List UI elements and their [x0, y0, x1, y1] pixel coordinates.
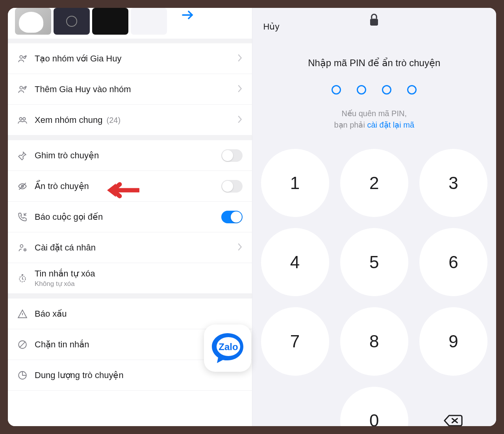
key-8[interactable]: 8 — [340, 307, 408, 375]
svg-point-0 — [20, 56, 22, 58]
row-personal-settings[interactable]: Cài đặt cá nhân — [8, 232, 252, 263]
group-icon — [17, 115, 35, 125]
media-more-arrow[interactable] — [169, 8, 206, 35]
eye-off-icon — [17, 181, 35, 191]
svg-text:Zalo: Zalo — [219, 341, 238, 352]
svg-point-8 — [24, 249, 26, 250]
key-1[interactable]: 1 — [261, 149, 329, 217]
key-0[interactable]: 0 — [340, 387, 408, 426]
pin-dots — [252, 85, 497, 95]
warning-icon — [17, 309, 35, 319]
key-backspace[interactable] — [419, 387, 487, 426]
row-call-notify[interactable]: Báo cuộc gọi đến — [8, 202, 252, 232]
pin-dot — [382, 85, 391, 95]
group-add-icon — [17, 84, 35, 95]
phone-incoming-icon — [17, 212, 35, 222]
svg-rect-12 — [370, 19, 378, 26]
row-add-to-group[interactable]: Thêm Gia Huy vào nhóm — [8, 74, 252, 105]
row-auto-delete[interactable]: Tin nhắn tự xóa Không tự xóa — [8, 263, 252, 294]
row-create-group[interactable]: Tạo nhóm với Gia Huy — [8, 43, 252, 74]
zalo-logo-badge: Zalo — [204, 325, 251, 372]
media-thumb[interactable] — [92, 8, 128, 35]
pin-icon — [17, 150, 35, 161]
key-7[interactable]: 7 — [261, 307, 329, 375]
row-label: Thêm Gia Huy vào nhóm — [35, 84, 237, 95]
row-label: Báo cuộc gọi đến — [35, 212, 221, 222]
key-3[interactable]: 3 — [419, 149, 487, 217]
row-label: Báo xấu — [35, 309, 243, 319]
media-thumb[interactable] — [54, 8, 90, 35]
row-sublabel: Không tự xóa — [35, 280, 243, 288]
svg-point-2 — [20, 86, 22, 89]
chevron-right-icon — [237, 243, 243, 253]
row-label: Dung lượng trò chuyện — [35, 370, 243, 380]
key-6[interactable]: 6 — [419, 228, 487, 296]
row-pin-chat[interactable]: Ghim trò chuyện — [8, 140, 252, 171]
group-count: (24) — [107, 116, 121, 124]
call-notify-toggle[interactable] — [221, 211, 243, 223]
key-9[interactable]: 9 — [419, 307, 487, 375]
svg-point-5 — [23, 117, 26, 120]
hide-chat-toggle[interactable] — [221, 180, 243, 193]
reset-pin-link[interactable]: cài đặt lại mã — [367, 121, 414, 129]
row-label: Cài đặt cá nhân — [35, 243, 237, 253]
row-common-groups[interactable]: Xem nhóm chung (24) — [8, 105, 252, 135]
row-label: Ghim trò chuyện — [35, 150, 221, 161]
pin-dot — [332, 85, 341, 95]
pin-dot — [357, 85, 366, 95]
chevron-right-icon — [237, 84, 243, 95]
pin-hint: Nếu quên mã PIN, bạn phải cài đặt lại mã — [252, 108, 497, 131]
media-thumb[interactable] — [131, 8, 167, 35]
pin-dot — [407, 85, 417, 95]
pin-chat-toggle[interactable] — [221, 149, 243, 162]
row-label: Tin nhắn tự xóa — [35, 269, 243, 279]
cancel-button[interactable]: Hủy — [263, 22, 280, 32]
pie-chart-icon — [17, 370, 35, 380]
pin-title: Nhập mã PIN để ẩn trò chuyện — [252, 57, 497, 69]
row-label: Tạo nhóm với Gia Huy — [35, 54, 237, 64]
chevron-right-icon — [237, 54, 243, 64]
block-icon — [17, 339, 35, 350]
user-gear-icon — [17, 243, 35, 253]
svg-point-3 — [24, 87, 26, 89]
key-4[interactable]: 4 — [261, 228, 329, 296]
key-5[interactable]: 5 — [340, 228, 408, 296]
svg-point-4 — [19, 117, 22, 120]
row-label: Xem nhóm chung (24) — [35, 115, 237, 125]
media-thumb[interactable] — [15, 8, 51, 35]
group-add-icon — [17, 54, 35, 64]
lock-icon — [368, 13, 380, 28]
media-preview-row — [8, 8, 252, 39]
chevron-right-icon — [237, 115, 243, 125]
pin-entry-panel: Hủy Nhập mã PIN để ẩn trò chuyện Nếu quê… — [252, 8, 497, 426]
timer-icon — [17, 273, 35, 284]
key-2[interactable]: 2 — [340, 149, 408, 217]
svg-point-1 — [24, 56, 26, 58]
svg-point-7 — [20, 245, 23, 247]
key-blank — [261, 387, 329, 426]
pin-keypad: 1 2 3 4 5 6 7 8 9 0 — [252, 149, 497, 426]
annotation-arrow — [104, 180, 139, 202]
